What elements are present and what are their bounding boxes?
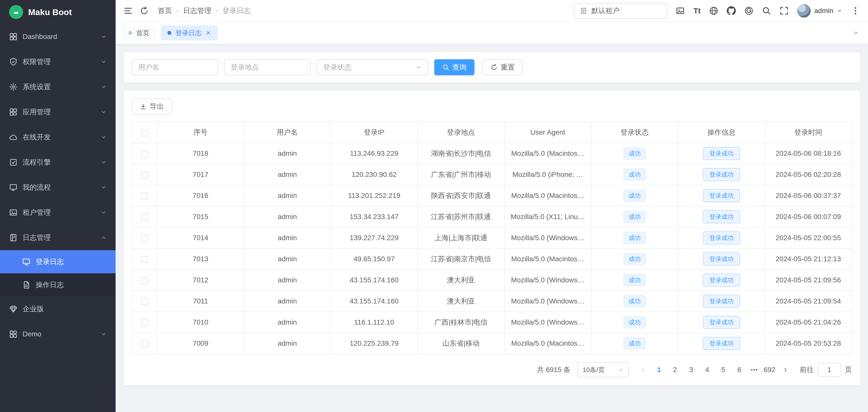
query-button[interactable]: 查询 (434, 59, 474, 75)
sidebar-item-system-settings[interactable]: 系统设置 (0, 74, 116, 99)
next-page-button[interactable] (778, 363, 793, 377)
operation-tag[interactable]: 登录成功 (703, 147, 740, 160)
status-tag: 成功 (623, 253, 646, 265)
close-icon[interactable] (206, 30, 211, 36)
search-icon[interactable] (762, 6, 771, 15)
operation-tag[interactable]: 登录成功 (703, 316, 740, 329)
export-button[interactable]: 导出 (132, 98, 172, 115)
status-tag: 成功 (623, 232, 646, 244)
cell-login-ip: 43.155.174.160 (331, 291, 418, 312)
operation-tag[interactable]: 登录成功 (703, 210, 740, 223)
operation-tag[interactable]: 登录成功 (703, 274, 740, 287)
brand[interactable]: Maku Boot (0, 0, 116, 24)
page-number-button[interactable]: 3 (684, 363, 698, 377)
sidebar-item-app-management[interactable]: 应用管理 (0, 99, 116, 125)
operation-tag[interactable]: 登录成功 (703, 168, 740, 181)
sidebar-item-workflow-engine[interactable]: 流程引擎 (0, 150, 116, 175)
row-checkbox[interactable] (141, 214, 148, 221)
gear-icon (9, 83, 18, 91)
page-number-button[interactable]: 2 (668, 363, 682, 377)
column-header-username: 用户名 (244, 122, 331, 143)
page-number-button[interactable]: 6 (732, 363, 746, 377)
table-row[interactable]: 7018 admin 113.246.93.229 湖南省|长沙市|电信 Moz… (132, 143, 852, 164)
monitor-icon (9, 183, 18, 192)
row-checkbox[interactable] (141, 235, 148, 242)
fullscreen-icon[interactable] (779, 6, 788, 15)
cell-login-location: 湖南省|长沙市|电信 (418, 143, 505, 164)
operation-tag[interactable]: 登录成功 (703, 337, 740, 350)
table-row[interactable]: 7011 admin 43.155.174.160 澳大利亚 Mozilla/5… (132, 291, 852, 312)
username-input[interactable] (132, 59, 218, 75)
menu-collapse-icon[interactable] (124, 6, 133, 15)
table-row[interactable]: 7014 admin 139.227.74.229 上海|上海市|联通 Mozi… (132, 227, 852, 249)
sidebar-item-tenant-management[interactable]: 租户管理 (0, 200, 116, 225)
chevron-down-icon (100, 184, 106, 190)
gitee-icon[interactable] (744, 6, 753, 15)
sidebar-item-my-workflow[interactable]: 我的流程 (0, 175, 116, 200)
row-checkbox[interactable] (141, 340, 148, 347)
cell-username: admin (244, 249, 331, 270)
refresh-icon (491, 64, 498, 71)
page-number-button[interactable]: 4 (700, 363, 714, 377)
breadcrumb-item[interactable]: 日志管理 (183, 6, 211, 15)
layout-image-icon[interactable] (676, 6, 685, 15)
tabs-menu-button[interactable] (849, 27, 862, 39)
row-checkbox[interactable] (141, 256, 148, 263)
table-row[interactable]: 7010 admin 116.1.112.10 广西|桂林市|电信 Mozill… (132, 312, 852, 333)
table-row[interactable]: 7013 admin 49.65.150.97 江苏省|南京市|电信 Mozil… (132, 249, 852, 270)
cell-user-agent: Mozilla/5.0 (Windows… (504, 227, 591, 249)
refresh-icon[interactable] (140, 6, 149, 15)
font-size-icon[interactable]: Tt (693, 7, 701, 14)
row-checkbox[interactable] (141, 171, 148, 179)
sidebar-item-online-dev[interactable]: 在线开发 (0, 125, 116, 150)
breadcrumb-item[interactable]: 首页 (158, 6, 172, 15)
pager-ellipsis[interactable]: ••• (748, 367, 761, 373)
row-checkbox[interactable] (141, 151, 148, 158)
login-status-select[interactable]: 登录状态 (317, 59, 428, 75)
reset-button[interactable]: 重置 (483, 59, 523, 75)
login-location-input[interactable] (224, 59, 311, 75)
sidebar-item-operation-log[interactable]: 操作日志 (0, 273, 116, 296)
sidebar-item-demo[interactable]: Demo (0, 322, 116, 347)
login-status-placeholder: 登录状态 (323, 63, 351, 72)
cell-username: admin (244, 270, 331, 291)
cell-login-time: 2024-05-05 21:12:13 (765, 249, 852, 270)
tab-login-log[interactable]: 登录日志 (161, 25, 218, 40)
pager-pages: 123456 (652, 363, 746, 377)
table-row[interactable]: 7012 admin 43.155.174.160 澳大利亚 Mozilla/5… (132, 270, 852, 291)
more-options-icon[interactable] (851, 6, 860, 15)
picture-icon (9, 208, 18, 217)
operation-tag[interactable]: 登录成功 (703, 252, 740, 265)
goto-page-input[interactable] (818, 363, 841, 377)
table-row[interactable]: 7016 admin 113.201.252.219 陕西省|西安市|联通 Mo… (132, 185, 852, 206)
operation-tag[interactable]: 登录成功 (703, 231, 740, 245)
operation-tag[interactable]: 登录成功 (703, 295, 740, 308)
sidebar-item-dashboard[interactable]: Dashboard (0, 24, 116, 49)
table-row[interactable]: 7015 admin 153.34.233.147 江苏省|苏州市|联通 Moz… (132, 206, 852, 227)
operation-tag[interactable]: 登录成功 (703, 189, 740, 202)
row-checkbox[interactable] (141, 319, 148, 326)
select-all-checkbox[interactable] (141, 129, 148, 136)
globe-icon[interactable] (709, 6, 718, 15)
sidebar-item-log-management[interactable]: 日志管理 (0, 225, 116, 250)
cell-login-ip: 139.227.74.229 (331, 227, 418, 249)
cell-user-agent: Mozilla/5.0 (Windows… (504, 312, 591, 333)
row-checkbox[interactable] (141, 277, 148, 284)
prev-page-button[interactable] (636, 363, 650, 377)
table-row[interactable]: 7017 admin 120.230.90.62 广东省|广州市|移动 Mozi… (132, 164, 852, 185)
sidebar-item-permissions[interactable]: 权限管理 (0, 49, 116, 74)
tab-home[interactable]: 首页 (122, 25, 156, 40)
page-size-select[interactable]: 10条/页 (578, 362, 629, 377)
sidebar-item-enterprise[interactable]: 企业版 (0, 296, 116, 322)
page-number-button[interactable]: 5 (716, 363, 730, 377)
row-checkbox[interactable] (141, 193, 148, 200)
user-menu[interactable]: admin (797, 4, 842, 18)
last-page-button[interactable]: 692 (763, 363, 777, 377)
table-row[interactable]: 7009 admin 120.225.239.79 山东省|移动 Mozilla… (132, 333, 852, 354)
tab-label: 登录日志 (176, 29, 202, 37)
tenant-select[interactable]: 默认租户 (574, 3, 667, 19)
row-checkbox[interactable] (141, 298, 148, 305)
page-number-button[interactable]: 1 (652, 363, 666, 377)
github-icon[interactable] (727, 6, 736, 15)
sidebar-item-login-log[interactable]: 登录日志 (0, 250, 116, 273)
